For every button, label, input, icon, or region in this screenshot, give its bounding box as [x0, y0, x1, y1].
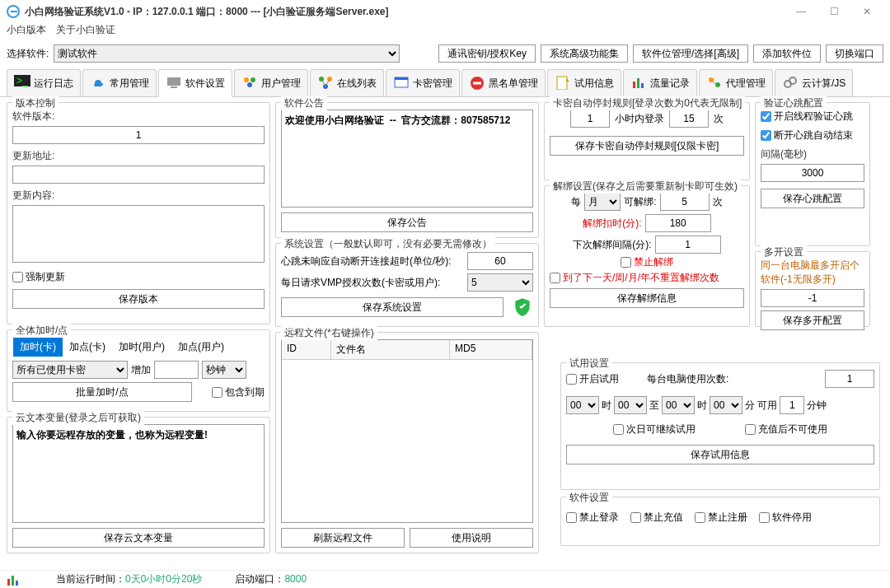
tab-4[interactable]: 在线列表 [310, 69, 384, 96]
svg-rect-26 [16, 581, 18, 586]
bulk-apply-button[interactable]: 批量加时/点 [12, 382, 192, 402]
refresh-files-button[interactable]: 刷新远程文件 [281, 528, 405, 548]
group-announcement: 软件公告 欢迎使用小白网络验证 -- 官方交流群：807585712 保存公告 [275, 102, 539, 238]
group-trial: 试用设置 开启试用 每台电脑使用次数: 00时 00 至 00时 00 分 可用… [560, 362, 880, 490]
statusbar: 当前运行时间：0天0小时0分20秒 启动端口：8000 [0, 570, 890, 588]
group-sw-flags: 软件设置 禁止登录 禁止充值 禁止注册 软件停用 [560, 497, 880, 546]
files-help-button[interactable]: 使用说明 [410, 528, 533, 548]
save-announcement-button[interactable]: 保存公告 [281, 212, 533, 232]
unbind-deduct-input[interactable] [645, 214, 711, 232]
force-update-check[interactable] [12, 272, 23, 282]
tab-0[interactable]: >_运行日志 [7, 69, 81, 96]
tab-2[interactable]: 软件设置 [158, 69, 232, 97]
bulk-unit-select[interactable]: 秒钟 [202, 361, 246, 379]
group-autoban: 卡密自动停封规则[登录次数为0代表无限制] 小时内登录 次 保存卡密自动停封规则… [544, 102, 750, 180]
status-runtime: 当前运行时间：0天0小时0分20秒 [56, 572, 202, 586]
btn-advanced[interactable]: 系统高级功能集 [541, 44, 628, 63]
no-reset-unbind-check[interactable] [550, 273, 560, 283]
tab-icon-9 [706, 75, 723, 91]
flag-disabled-check[interactable] [759, 512, 770, 523]
unbind-count-input[interactable] [660, 193, 710, 211]
group-heartbeat: 验证心跳配置 开启线程验证心跳 断开心跳自动结束 间隔(毫秒) 保存心跳配置 [755, 102, 870, 246]
unbind-interval-input[interactable] [655, 236, 721, 254]
menu-about[interactable]: 关于小白验证 [56, 23, 115, 41]
shield-icon [512, 296, 533, 318]
toolbar: 选择软件: 测试软件 通讯密钥/授权Key 系统高级功能集 软件位管理/选择[高… [0, 41, 890, 66]
tab-5[interactable]: 卡密管理 [386, 69, 460, 96]
trial-h2-select[interactable]: 00 [662, 396, 695, 414]
hb-interval-input[interactable] [761, 164, 864, 182]
remote-files-list[interactable]: ID 文件名 MD5 [281, 339, 533, 523]
save-ban-rule-button[interactable]: 保存卡密自动停封规则[仅限卡密] [550, 136, 744, 156]
group-multi: 多开设置 同一台电脑最多开启个软件(-1无限多开) 保存多开配置 [755, 251, 870, 327]
trial-m1-select[interactable]: 00 [614, 396, 647, 414]
menubar: 小白版本 关于小白验证 [0, 23, 890, 41]
tab-10[interactable]: 云计算/JS [775, 69, 853, 96]
save-system-button[interactable]: 保存系统设置 [281, 297, 504, 317]
ban-count-input[interactable] [669, 110, 709, 128]
save-version-button[interactable]: 保存版本 [12, 289, 265, 309]
svg-rect-24 [7, 579, 10, 586]
svg-rect-17 [633, 82, 635, 88]
announcement-input[interactable]: 欢迎使用小白网络验证 -- 官方交流群：807585712 [281, 110, 533, 208]
group-version: 版本控制 软件版本: 更新地址: 更新内容: 强制更新 保存版本 [7, 102, 270, 324]
btn-switch-port[interactable]: 切换端口 [826, 44, 883, 63]
flag-nologin-check[interactable] [566, 512, 577, 523]
trial-perpc-input[interactable] [825, 370, 874, 388]
update-content-input[interactable] [12, 205, 265, 263]
svg-point-5 [251, 77, 255, 82]
save-unbind-button[interactable]: 保存解绑信息 [550, 288, 744, 308]
forbid-unbind-check[interactable] [621, 257, 631, 268]
maximize-button[interactable]: ☐ [817, 2, 850, 21]
btn-add-slot[interactable]: 添加软件位 [753, 44, 821, 63]
svg-point-6 [247, 82, 252, 87]
trial-duration-input[interactable] [780, 396, 804, 414]
tab-6[interactable]: 黑名单管理 [461, 69, 546, 96]
btn-key[interactable]: 通讯密钥/授权Key [438, 44, 536, 63]
menu-version[interactable]: 小白版本 [7, 23, 46, 41]
flag-norecharge-check[interactable] [630, 512, 641, 523]
save-multi-button[interactable]: 保存多开配置 [761, 310, 864, 330]
vmp-count-select[interactable]: 5 [467, 273, 533, 292]
ban-hours-input[interactable] [570, 110, 610, 128]
update-url-input[interactable] [12, 166, 265, 184]
tab-7[interactable]: 试用信息 [547, 69, 621, 96]
save-hb-button[interactable]: 保存心跳配置 [761, 189, 864, 208]
cloud-var-input[interactable]: 输入你要远程存放的变量，也称为远程变量! [12, 424, 265, 523]
btn-slot-manage[interactable]: 软件位管理/选择[高级] [633, 44, 748, 63]
software-select[interactable]: 测试软件 [54, 44, 400, 63]
hb-thread-check[interactable] [761, 111, 771, 122]
trial-noafter-check[interactable] [745, 424, 756, 435]
tab-1[interactable]: 常用管理 [82, 69, 157, 96]
trial-h1-select[interactable]: 00 [566, 396, 599, 414]
enable-trial-check[interactable] [566, 374, 577, 385]
hb-timeout-input[interactable] [467, 252, 533, 270]
tab-icon-2 [166, 75, 182, 91]
trial-nextday-check[interactable] [613, 424, 624, 435]
flag-noreg-check[interactable] [695, 512, 705, 523]
svg-point-4 [244, 77, 249, 82]
unbind-unit-select[interactable]: 月 [584, 193, 621, 211]
titlebar: 小白网络验证系统V1.0 - IP：127.0.0.1 端口：8000 --- … [0, 0, 890, 23]
tab-icon-3 [241, 75, 258, 91]
tab-8[interactable]: 流量记录 [623, 69, 697, 96]
tab-icon-1 [90, 75, 106, 91]
trial-m2-select[interactable]: 00 [710, 396, 742, 414]
multi-count-input[interactable] [761, 289, 864, 307]
minimize-button[interactable]: — [785, 2, 817, 21]
tab-9[interactable]: 代理管理 [699, 69, 773, 96]
save-cloud-var-button[interactable]: 保存云文本变量 [12, 528, 265, 548]
close-button[interactable]: ✕ [850, 2, 883, 21]
tab-icon-5 [393, 75, 410, 91]
include-expired-check[interactable] [212, 387, 222, 398]
software-version-input[interactable] [12, 126, 265, 144]
tab-icon-4 [317, 75, 334, 91]
bulk-amount-input[interactable] [154, 361, 199, 379]
save-trial-button[interactable]: 保存试用信息 [566, 445, 874, 464]
tab-icon-8 [630, 75, 647, 91]
bulk-scope-select[interactable]: 所有已使用卡密 [12, 361, 128, 379]
hb-autoend-check[interactable] [761, 130, 771, 141]
tab-3[interactable]: 用户管理 [234, 69, 308, 96]
svg-rect-2 [167, 77, 180, 86]
bulk-segment[interactable]: 加时(卡)加点(卡)加时(用户)加点(用户) [12, 337, 265, 357]
